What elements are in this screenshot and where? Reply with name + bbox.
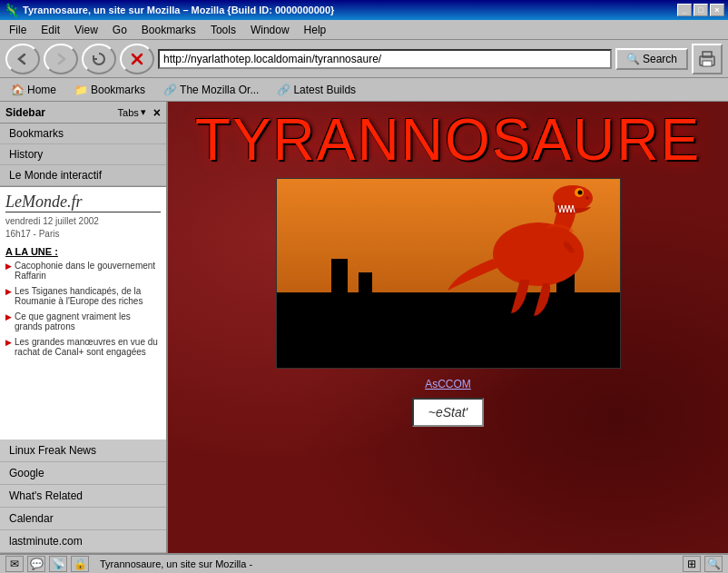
svg-point-8 — [577, 191, 582, 195]
asccom-link[interactable]: AsCCOM — [425, 378, 471, 390]
lemonde-section: A LA UNE : — [5, 246, 161, 257]
status-right: ⊞ 🔍 — [683, 556, 723, 572]
menu-tools[interactable]: Tools — [205, 22, 241, 38]
address-input[interactable] — [158, 49, 612, 69]
chimney-1 — [331, 259, 348, 309]
lemonde-date: vendredi 12 juillet 2002 16h17 - Paris — [5, 215, 161, 241]
search-icon: 🔍 — [626, 53, 640, 65]
window-controls[interactable]: _ □ × — [677, 4, 724, 16]
sidebar-link-2[interactable]: What's Related — [0, 485, 166, 508]
address-bar-container: 🔍 Search — [158, 47, 688, 71]
status-icon-resize[interactable]: ⊞ — [683, 556, 701, 572]
printer-button[interactable] — [692, 44, 723, 74]
title-bar: 🦎 Tyrannosaure, un site sur Mozilla – Mo… — [0, 0, 728, 20]
menu-window[interactable]: Window — [245, 22, 295, 38]
sidebar-nav-items: Bookmarks History Le Monde interactif — [0, 123, 166, 187]
lemonde-logo[interactable]: LeMonde.fr — [5, 193, 161, 212]
svg-rect-3 — [703, 61, 712, 66]
dino-image — [276, 178, 621, 369]
menu-help[interactable]: Help — [299, 22, 332, 38]
search-button[interactable]: 🔍 Search — [615, 48, 688, 70]
lemonde-item-2[interactable]: ▶ Ce que gagnent vraiment les grands pat… — [5, 311, 161, 331]
sidebar-links: Linux Freak News Google What's Related C… — [0, 440, 166, 553]
minimize-button[interactable]: _ — [677, 4, 692, 16]
main-area: Sidebar Tabs ▾ × Bookmarks History Le Mo… — [0, 102, 728, 553]
bookmark-mozilla[interactable]: 🔗 The Mozilla Or... — [158, 82, 264, 98]
menu-go[interactable]: Go — [107, 22, 133, 38]
sidebar: Sidebar Tabs ▾ × Bookmarks History Le Mo… — [0, 102, 168, 553]
arrow-icon-2: ▶ — [5, 312, 12, 331]
status-icon-lock[interactable]: 🔒 — [71, 556, 89, 572]
page-title: TYRANNOSAURE — [195, 111, 701, 169]
sidebar-nav-lemonde[interactable]: Le Monde interactif — [0, 165, 166, 186]
home-icon: 🏠 — [11, 84, 25, 96]
reload-button[interactable] — [82, 44, 116, 74]
bookmarks-bar: 🏠 Home 📁 Bookmarks 🔗 The Mozilla Or... 🔗… — [0, 78, 728, 102]
lemonde-item-3[interactable]: ▶ Les grandes manœuvres en vue du rachat… — [5, 337, 161, 357]
bookmarks-icon: 📁 — [74, 84, 88, 96]
toolbar: 🔍 Search — [0, 40, 728, 78]
status-icon-rss[interactable]: 📡 — [49, 556, 67, 572]
status-icon-chat[interactable]: 💬 — [27, 556, 45, 572]
builds-icon: 🔗 — [277, 84, 290, 96]
status-icon-mail[interactable]: ✉ — [5, 556, 24, 572]
maximize-button[interactable]: □ — [694, 4, 708, 16]
status-icon-zoom[interactable]: 🔍 — [704, 556, 723, 572]
back-button[interactable] — [5, 44, 40, 74]
menu-file[interactable]: File — [4, 22, 32, 38]
chevron-down-icon: ▾ — [141, 106, 146, 118]
link-icon: 🔗 — [163, 84, 177, 96]
chimney-2 — [359, 272, 372, 309]
sidebar-nav-bookmarks[interactable]: Bookmarks — [0, 123, 166, 144]
sidebar-link-3[interactable]: Calendar — [0, 508, 166, 530]
estat-button[interactable]: ~eStat' — [412, 398, 485, 427]
menu-bookmarks[interactable]: Bookmarks — [136, 22, 202, 38]
sidebar-link-1[interactable]: Google — [0, 462, 166, 485]
menu-view[interactable]: View — [69, 22, 103, 38]
menu-edit[interactable]: Edit — [35, 22, 65, 38]
bookmark-bookmarks[interactable]: 📁 Bookmarks — [69, 82, 151, 98]
arrow-icon-3: ▶ — [5, 338, 12, 357]
close-button[interactable]: × — [710, 4, 724, 16]
sidebar-title: Sidebar — [5, 106, 45, 119]
lemonde-item-1[interactable]: ▶ Les Tsiganes handicapés, de la Roumani… — [5, 286, 161, 306]
sidebar-header: Sidebar Tabs ▾ × — [0, 102, 166, 123]
sidebar-close-button[interactable]: × — [153, 105, 161, 120]
sidebar-content: LeMonde.fr vendredi 12 juillet 2002 16h1… — [0, 187, 166, 440]
forward-button[interactable] — [44, 44, 78, 74]
arrow-icon-0: ▶ — [5, 262, 12, 281]
arrow-icon-1: ▶ — [5, 287, 12, 306]
status-bar: ✉ 💬 📡 🔒 Tyrannosaure, un site sur Mozill… — [0, 553, 728, 573]
svg-point-9 — [585, 196, 589, 200]
lemonde-item-0[interactable]: ▶ Cacophonie dans le gouvernement Raffar… — [5, 261, 161, 281]
app-icon: 🦎 — [4, 3, 19, 17]
status-icons: ✉ 💬 📡 🔒 — [5, 556, 89, 572]
stop-button[interactable] — [120, 44, 154, 74]
menu-bar: File Edit View Go Bookmarks Tools Window… — [0, 20, 728, 40]
sidebar-link-4[interactable]: lastminute.com — [0, 530, 166, 553]
web-content: TYRANNOSAURE — [168, 102, 728, 553]
bookmark-latest-builds[interactable]: 🔗 Latest Builds — [271, 82, 361, 98]
trex-svg — [438, 178, 620, 318]
window-title: Tyrannosaure, un site sur Mozilla – Mozi… — [23, 5, 334, 15]
bookmark-home[interactable]: 🏠 Home — [5, 82, 62, 98]
sidebar-link-0[interactable]: Linux Freak News — [0, 440, 166, 462]
svg-point-5 — [493, 222, 584, 286]
status-text: Tyrannosaure, un site sur Mozilla - — [100, 558, 679, 569]
sidebar-tabs-button[interactable]: Tabs ▾ — [118, 106, 146, 118]
sidebar-nav-history[interactable]: History — [0, 144, 166, 165]
